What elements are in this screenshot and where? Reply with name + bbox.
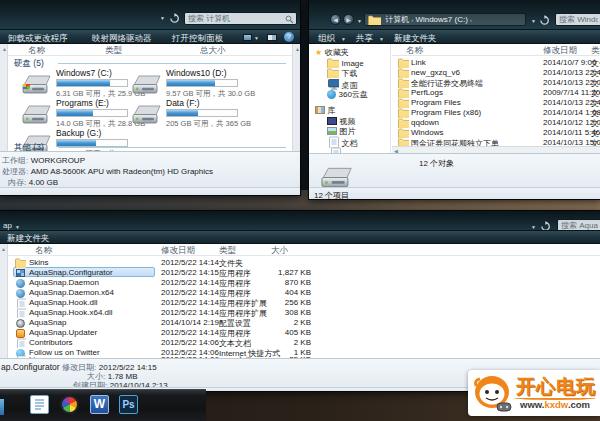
column-type[interactable]: 类型 [219, 245, 236, 257]
group-header-harddisks[interactable]: 硬盘 (5) [14, 58, 44, 70]
table-row[interactable]: 全能行证券交易终端 2014/10/13 22:06 文件夹 [392, 78, 600, 88]
group-header-other[interactable]: 其他 (3) [14, 142, 44, 151]
drive-name: Windows7 (C:) [56, 68, 112, 78]
search-input[interactable] [188, 13, 282, 24]
cdrive-window-chrome: ◀ ▶ ▼ 计算机 › Windows7 (C:) › ▼ 组织 ▼ 共享 [309, 0, 600, 44]
address-dropdown-icon[interactable]: ▼ [531, 18, 536, 24]
folder-icon [398, 128, 409, 138]
table-row[interactable]: qqdown 2014/10/12 12:08 文件夹 [392, 118, 600, 128]
color-wheel-app-icon[interactable] [60, 395, 79, 414]
breadcrumb-fragment[interactable]: ap [3, 221, 12, 230]
column-name[interactable]: 名称 [406, 45, 423, 57]
drive-caption: 205 GB 可用，共 365 GB [166, 119, 251, 129]
breadcrumb[interactable]: 计算机 › Windows7 (C:) › [364, 13, 526, 26]
breadcrumb-drive[interactable]: Windows7 (C:) [415, 15, 467, 24]
search-box [555, 13, 600, 26]
table-row[interactable]: Skins 2012/5/22 14:14 文件夹 [0, 258, 600, 268]
column-name[interactable]: 名称 [28, 45, 45, 57]
capacity-bar [166, 79, 238, 87]
table-row[interactable]: AquaSnap.Daemon.x64 2012/5/22 14:14 应用程序… [0, 288, 600, 298]
column-header-row: 名称 修改日期 类型 [392, 44, 600, 56]
photoshop-app-icon[interactable]: Ps [119, 395, 138, 414]
file-list: 名称 修改日期 类型 Link 2014/10/7 9:00 文件夹 new_g… [392, 44, 600, 153]
column-total-size[interactable]: 总大小 [200, 45, 226, 57]
cdrive-status-bar: 12 个项目 [309, 187, 600, 199]
command-bar: 新建文件夹 [0, 230, 600, 244]
column-type[interactable]: 类型 [105, 45, 122, 57]
column-modified[interactable]: 修改日期 [543, 45, 577, 57]
updater-app-icon [16, 329, 25, 338]
sidebar-item-image[interactable]: Image [327, 58, 364, 68]
processor-value: AMD A8-5600K APU with Radeon(tm) HD Grap… [31, 167, 213, 176]
breadcrumb-computer[interactable]: 计算机 [385, 15, 409, 24]
column-modified[interactable]: 修改日期 [161, 245, 195, 257]
dll-file-icon [15, 308, 26, 318]
desktop: ▼ 卸载或更改程序 映射网络驱动器 打开控制面板 ▼ ? [0, 0, 600, 421]
refresh-icon[interactable] [169, 13, 180, 24]
table-row[interactable]: PerfLogs 2009/7/14 11:20 文件夹 [392, 88, 600, 98]
dll-file-icon [15, 298, 26, 308]
table-row-selected[interactable]: AquaSnap.Configurator 2012/5/22 14:15 应用… [0, 268, 600, 278]
table-row[interactable]: AquaSnap 2014/10/14 2:19 配置设置 2 KB [0, 318, 600, 328]
capacity-bar [56, 109, 128, 117]
taskbar: W Ps [0, 389, 206, 421]
table-row[interactable]: AquaSnap.Updater 2012/5/22 14:14 应用程序 40… [0, 328, 600, 338]
cloud-drive-icon [327, 90, 336, 99]
folder-icon [398, 68, 409, 78]
sidebar-item-libraries[interactable]: 库 [315, 105, 336, 116]
history-dropdown-icon[interactable]: ▼ [357, 18, 362, 24]
table-row[interactable]: AquaSnap.Hook.x64.dll 2012/5/22 14:14 应用… [0, 308, 600, 318]
computer-window-chrome: ▼ 卸载或更改程序 映射网络驱动器 打开控制面板 ▼ ? [0, 0, 300, 44]
address-dropdown-icon[interactable]: ▼ [160, 15, 165, 21]
change-view-icon[interactable] [243, 34, 252, 41]
search-icon[interactable] [285, 15, 294, 24]
search-box [184, 12, 297, 25]
cdrive-content: ★ 收藏夹 Image 下载 桌面 360云盘 [309, 44, 600, 153]
horizontal-scrollbar[interactable]: ◀ [392, 146, 600, 153]
capacity-bar [56, 139, 128, 147]
kxdw-watermark: 开心电玩 www.kxdw.com [468, 370, 600, 416]
list-scrollbar[interactable]: ▲ [292, 44, 300, 151]
sidebar-item-label: Image [342, 59, 364, 68]
table-row[interactable]: AquaSnap.Hook.dll 2012/5/22 14:14 应用程序扩展… [0, 298, 600, 308]
sidebar-item-label: 图片 [340, 127, 356, 136]
refresh-icon[interactable] [539, 15, 550, 26]
sidebar-item-favorites[interactable]: ★ 收藏夹 [315, 47, 349, 58]
sidebar-item-label: 下载 [342, 69, 358, 78]
table-row[interactable]: Link 2014/10/7 9:00 文件夹 [392, 58, 600, 68]
downloads-folder-icon [327, 68, 339, 78]
change-view-dropdown-icon[interactable]: ▼ [254, 35, 259, 41]
drive-name: Windows10 (D:) [166, 68, 226, 78]
word-app-icon[interactable]: W [90, 395, 109, 414]
daemon-app-icon [16, 279, 25, 288]
table-row[interactable]: Contributors 2012/5/22 14:06 文本文档 2 KB [0, 338, 600, 348]
column-name[interactable]: 名称 [35, 245, 52, 257]
memory-label: 内存: [8, 178, 26, 187]
folder-icon [398, 118, 409, 128]
forward-button[interactable]: ▶ [343, 14, 354, 25]
sidebar-item-label: 视频 [340, 117, 356, 126]
aquasnap-window-chrome: ap ▼ ▼ 新建文件夹 [0, 211, 600, 244]
document-app-icon[interactable] [30, 395, 49, 414]
table-row[interactable]: AquaSnap.Daemon 2012/5/22 14:14 应用程序 870… [0, 278, 600, 288]
watermark-url[interactable]: www.kxdw.com [520, 399, 590, 410]
column-type[interactable]: 类型 [591, 45, 600, 57]
column-size[interactable]: 大小 [271, 245, 288, 257]
nav-pane-scrollbar[interactable]: ▲ [0, 44, 8, 151]
search-input[interactable] [559, 14, 598, 25]
preview-pane-icon[interactable] [267, 34, 277, 41]
processor-label: 处理器: [2, 167, 28, 176]
table-row[interactable]: Program Files (x86) 2014/10/14 1:08 文件夹 [392, 108, 600, 118]
help-icon[interactable]: ? [284, 32, 294, 42]
back-button[interactable]: ◀ [330, 14, 341, 25]
cutoff-taskbar-icon[interactable] [0, 399, 4, 415]
folder-icon [398, 78, 409, 88]
folder-icon [398, 108, 409, 118]
table-row[interactable]: new_gxzq_v6 2014/10/13 22:49 文件夹 [392, 68, 600, 78]
drive-name: Backup (G:) [56, 128, 101, 138]
cdrive-details-pane: 12 个对象 [309, 153, 600, 189]
text-file-icon [15, 338, 26, 348]
sidebar-item-360cloud[interactable]: 360云盘 [327, 89, 368, 100]
table-row[interactable]: Program Files 2014/10/13 22:46 文件夹 [392, 98, 600, 108]
table-row[interactable]: Windows 2014/10/11 5:46 文件夹 [392, 128, 600, 138]
